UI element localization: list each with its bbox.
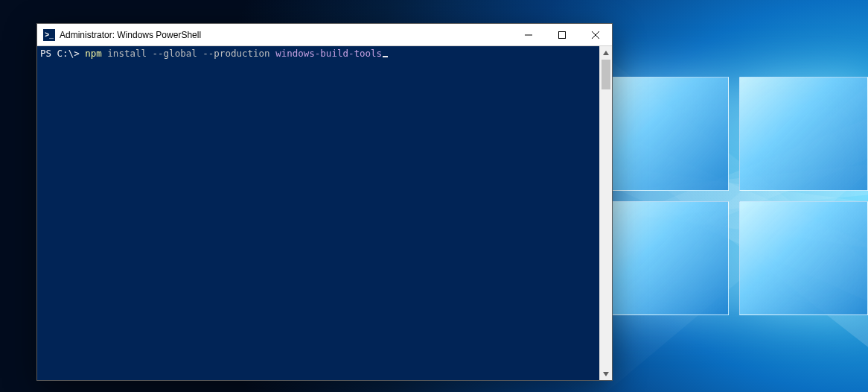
prompt-prefix: PS C:\> xyxy=(40,48,85,59)
vertical-scrollbar[interactable] xyxy=(599,46,612,380)
titlebar[interactable]: >_ Administrator: Windows PowerShell xyxy=(37,24,612,46)
window-client-area: PS C:\> npm install --global --productio… xyxy=(37,46,612,380)
command-install: install xyxy=(107,48,152,59)
command-package: windows-build-tools xyxy=(275,48,382,59)
terminal-output[interactable]: PS C:\> npm install --global --productio… xyxy=(37,46,599,380)
powershell-icon: >_ xyxy=(43,29,55,41)
close-button[interactable] xyxy=(578,24,612,45)
powershell-window: >_ Administrator: Windows PowerShell PS … xyxy=(36,23,613,381)
windows-logo xyxy=(600,77,868,315)
powershell-icon-glyph: >_ xyxy=(45,31,53,39)
text-cursor xyxy=(383,56,388,57)
command-npm: npm xyxy=(85,48,107,59)
svg-marker-5 xyxy=(603,372,609,376)
svg-marker-4 xyxy=(603,51,609,55)
window-title: Administrator: Windows PowerShell xyxy=(60,30,201,40)
windows-desktop: >_ Administrator: Windows PowerShell PS … xyxy=(0,0,868,392)
scroll-down-arrow-icon[interactable] xyxy=(600,367,612,380)
scroll-up-arrow-icon[interactable] xyxy=(600,46,612,59)
maximize-button[interactable] xyxy=(545,24,578,45)
svg-rect-1 xyxy=(558,31,565,38)
command-flags: --global --production xyxy=(153,48,276,59)
minimize-button[interactable] xyxy=(511,24,545,45)
scroll-thumb[interactable] xyxy=(601,60,610,89)
